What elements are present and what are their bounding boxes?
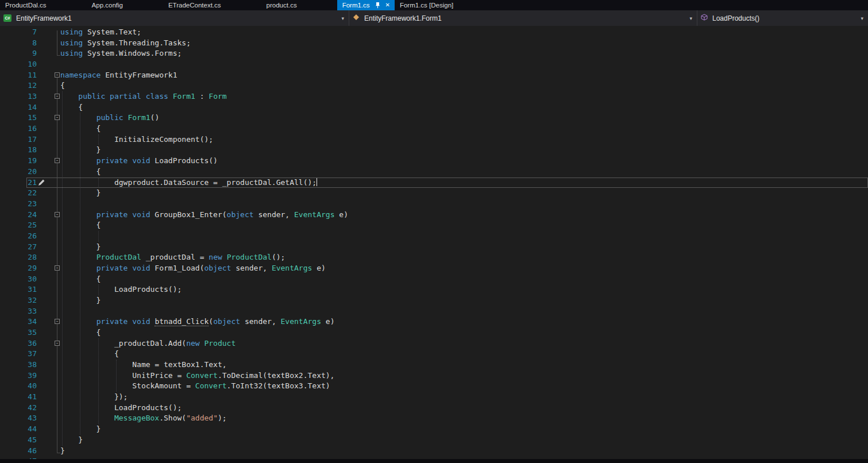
code-text[interactable]: private void btnadd_Click(object sender,…	[60, 317, 334, 327]
fold-collapse-box[interactable]: -	[55, 115, 60, 120]
code-text[interactable]: }	[60, 435, 83, 446]
code-line[interactable]: 29- private void Form1_Load(object sende…	[0, 263, 868, 274]
code-text[interactable]: }	[60, 145, 101, 156]
code-text[interactable]: }	[60, 446, 65, 457]
code-text[interactable]: {	[60, 274, 101, 285]
fold-collapse-box[interactable]: -	[55, 158, 60, 163]
code-line[interactable]: 30 {	[0, 274, 868, 285]
code-line[interactable]: 20 {	[0, 167, 868, 178]
code-line[interactable]: 21 dgwproduct.DataSource = _productDal.G…	[0, 178, 868, 188]
tab-form1-cs-design[interactable]: Form1.cs [Design]	[395, 0, 493, 10]
code-line[interactable]: 19- private void LoadProducts()	[0, 156, 868, 167]
tab-etradecontext-cs[interactable]: ETradeContext.cs	[163, 0, 261, 10]
type-dropdown[interactable]: EntityFramework1.Form1 ▾	[349, 10, 697, 26]
tab-productdal-cs[interactable]: ProductDal.cs	[0, 0, 87, 10]
code-text[interactable]: namespace EntityFramework1	[60, 70, 178, 81]
code-line[interactable]: 31 LoadProducts();	[0, 284, 868, 295]
line-number: 12	[0, 80, 37, 91]
code-line[interactable]: 11-namespace EntityFramework1	[0, 70, 868, 81]
code-text[interactable]: public partial class Form1 : Form	[60, 91, 227, 102]
code-line[interactable]: 7using System.Text;	[0, 27, 868, 38]
code-text[interactable]: {	[60, 220, 101, 231]
line-number: 18	[0, 145, 37, 156]
code-text[interactable]: using System.Windows.Forms;	[60, 48, 182, 59]
code-text[interactable]: }	[60, 188, 101, 199]
code-text[interactable]: UnitPrice = Convert.ToDecimal(textBox2.T…	[60, 371, 334, 381]
fold-collapse-box[interactable]: -	[55, 72, 60, 78]
code-text[interactable]: StockAmount = Convert.ToInt32(textBox3.T…	[60, 381, 330, 392]
close-icon[interactable]: ✕	[385, 2, 390, 8]
code-text[interactable]: private void GroupBox1_Enter(object send…	[60, 210, 348, 221]
code-text[interactable]: {	[60, 349, 119, 360]
code-line[interactable]: 34- private void btnadd_Click(object sen…	[0, 317, 868, 327]
fold-collapse-box[interactable]: -	[55, 319, 60, 324]
project-dropdown[interactable]: C# EntityFramework1 ▾	[0, 10, 349, 26]
fold-collapse-box[interactable]: -	[55, 265, 60, 271]
code-line[interactable]: 23	[0, 199, 868, 210]
code-line[interactable]: 39 UnitPrice = Convert.ToDecimal(textBox…	[0, 371, 868, 381]
code-text[interactable]: {	[60, 167, 101, 178]
code-text[interactable]: public Form1()	[60, 113, 159, 124]
code-text[interactable]: }	[60, 242, 101, 253]
code-text[interactable]: ProductDal _productDal = new ProductDal(…	[60, 252, 285, 263]
line-number: 20	[0, 167, 37, 178]
tab-form1-cs-active[interactable]: Form1.cs ✕	[337, 0, 395, 10]
code-text[interactable]: using System.Threading.Tasks;	[60, 38, 191, 49]
code-line[interactable]: 15- public Form1()	[0, 113, 868, 124]
code-line[interactable]: 35 {	[0, 327, 868, 338]
code-line[interactable]: 12{	[0, 80, 868, 91]
code-text[interactable]: {	[60, 80, 65, 91]
code-text[interactable]: private void Form1_Load(object sender, E…	[60, 263, 326, 274]
code-line[interactable]: 38 Name = textBox1.Text,	[0, 360, 868, 371]
code-line[interactable]: 14 {	[0, 102, 868, 113]
code-text[interactable]: }	[60, 295, 101, 306]
code-text[interactable]: InitializeComponent();	[60, 134, 213, 145]
code-line[interactable]: 36- _productDal.Add(new Product	[0, 338, 868, 349]
fold-collapse-box[interactable]: -	[55, 341, 60, 346]
code-line[interactable]: 17 InitializeComponent();	[0, 134, 868, 145]
code-line[interactable]: 41 });	[0, 392, 868, 403]
code-line[interactable]: 28 ProductDal _productDal = new ProductD…	[0, 252, 868, 263]
tab-app-config[interactable]: App.config	[87, 0, 163, 10]
code-text[interactable]: LoadProducts();	[60, 284, 182, 295]
code-line[interactable]: 10	[0, 59, 868, 70]
code-text[interactable]: private void LoadProducts()	[60, 156, 218, 167]
code-text[interactable]: Name = textBox1.Text,	[60, 360, 227, 371]
code-editor[interactable]: 7using System.Text;8using System.Threadi…	[0, 26, 868, 463]
code-line[interactable]: 44 }	[0, 424, 868, 435]
fold-collapse-box[interactable]: -	[55, 212, 60, 217]
code-line[interactable]: 43 MessageBox.Show("added");	[0, 413, 868, 424]
code-line[interactable]: 45 }	[0, 435, 868, 446]
code-line[interactable]: 26	[0, 231, 868, 242]
code-line[interactable]: 37 {	[0, 349, 868, 360]
code-line[interactable]: 8using System.Threading.Tasks;	[0, 38, 868, 49]
code-line[interactable]: 13- public partial class Form1 : Form	[0, 91, 868, 102]
code-text[interactable]: {	[60, 124, 101, 134]
tab-product-cs[interactable]: product.cs	[261, 0, 337, 10]
code-line[interactable]: 33	[0, 306, 868, 317]
code-line[interactable]: 18 }	[0, 145, 868, 156]
code-line[interactable]: 22 }	[0, 188, 868, 199]
code-line[interactable]: 16 {	[0, 124, 868, 134]
code-line[interactable]: 24- private void GroupBox1_Enter(object …	[0, 210, 868, 221]
code-line[interactable]: 46}	[0, 446, 868, 457]
line-number: 31	[0, 284, 37, 295]
code-text[interactable]: LoadProducts();	[60, 403, 182, 414]
code-text[interactable]: {	[60, 102, 83, 113]
code-text[interactable]: using System.Text;	[60, 27, 141, 38]
code-text[interactable]: }	[60, 424, 101, 435]
code-text[interactable]: {	[60, 327, 101, 338]
code-text[interactable]: });	[60, 392, 128, 403]
code-line[interactable]: 32 }	[0, 295, 868, 306]
code-line[interactable]: 40 StockAmount = Convert.ToInt32(textBox…	[0, 381, 868, 392]
code-line[interactable]: 25 {	[0, 220, 868, 231]
code-text[interactable]: dgwproduct.DataSource = _productDal.GetA…	[60, 178, 317, 188]
code-text[interactable]: MessageBox.Show("added");	[60, 413, 227, 424]
code-text[interactable]: _productDal.Add(new Product	[60, 338, 236, 349]
code-line[interactable]: 27 }	[0, 242, 868, 253]
fold-collapse-box[interactable]: -	[55, 94, 60, 99]
code-line[interactable]: 42 LoadProducts();	[0, 403, 868, 414]
pin-icon[interactable]	[375, 2, 380, 9]
code-line[interactable]: 9using System.Windows.Forms;	[0, 48, 868, 59]
member-dropdown[interactable]: LoadProducts() ▾	[697, 10, 868, 26]
